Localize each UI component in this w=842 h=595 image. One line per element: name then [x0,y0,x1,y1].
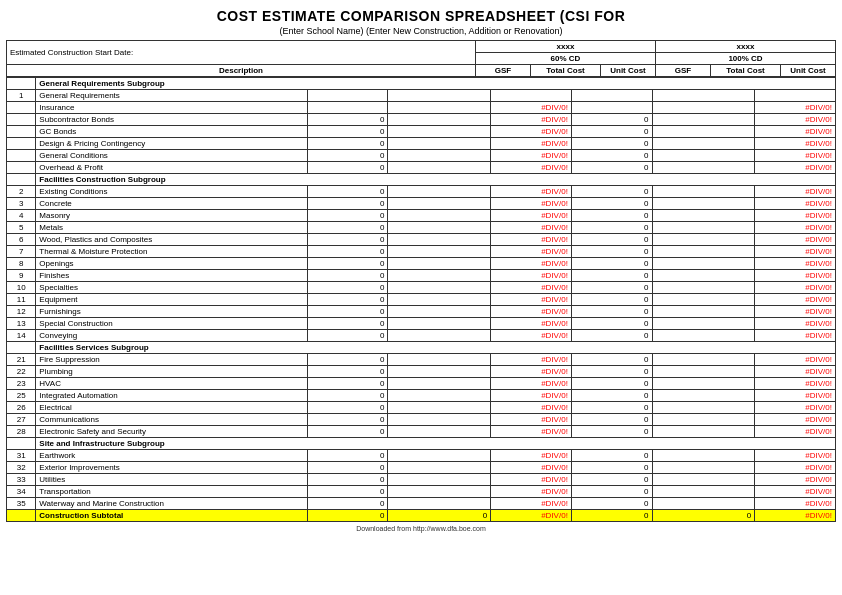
row-gsf1: 0 [307,210,388,222]
description-header: Description [7,65,476,77]
row-unit2: #DIV/0! [755,318,836,330]
row-total2 [652,402,755,414]
row-unit1: #DIV/0! [491,138,572,150]
row-gsf1: 0 [307,294,388,306]
row-total1 [388,150,491,162]
row-gsf1: 0 [307,498,388,510]
row-unit2: #DIV/0! [755,426,836,438]
row-total2 [652,102,755,114]
row-total2 [652,294,755,306]
row-gsf1: 0 [307,366,388,378]
row-gsf1: 0 [307,282,388,294]
section-header-row: Facilities Construction Subgroup [7,174,836,186]
row-label: Existing Conditions [36,186,307,198]
row-gsf1: 0 [307,378,388,390]
row-total2 [652,486,755,498]
row-unit1: #DIV/0! [491,498,572,510]
data-row: 33 Utilities 0 #DIV/0! 0 #DIV/0! [7,474,836,486]
row-label: General Conditions [36,150,307,162]
data-row: 6 Wood, Plastics and Composites 0 #DIV/0… [7,234,836,246]
data-row: 26 Electrical 0 #DIV/0! 0 #DIV/0! [7,402,836,414]
row-total2 [652,234,755,246]
row-unit2: #DIV/0! [755,150,836,162]
section-num [7,438,36,450]
row-total2 [652,498,755,510]
row-num: 33 [7,474,36,486]
row-unit2: #DIV/0! [755,450,836,462]
row-gsf1: 0 [307,138,388,150]
row-num: 8 [7,258,36,270]
row-gsf1: 0 [307,474,388,486]
row-unit1: #DIV/0! [491,486,572,498]
row-label: Conveying [36,330,307,342]
data-row: 27 Communications 0 #DIV/0! 0 #DIV/0! [7,414,836,426]
row-unit1: #DIV/0! [491,114,572,126]
row-unit1: #DIV/0! [491,282,572,294]
row-unit1: #DIV/0! [491,426,572,438]
row-label: Openings [36,258,307,270]
row-total1 [388,114,491,126]
row-num: 31 [7,450,36,462]
row-total2 [652,90,755,102]
row-gsf1: 0 [307,186,388,198]
row-unit1: #DIV/0! [491,414,572,426]
row-gsf1: 0 [307,330,388,342]
row-unit2: #DIV/0! [755,294,836,306]
row-total1 [388,414,491,426]
row-total1 [388,198,491,210]
row-gsf2: 0 [571,354,652,366]
row-gsf2: 0 [571,198,652,210]
row-unit2: #DIV/0! [755,198,836,210]
row-label: Subcontractor Bonds [36,114,307,126]
row-gsf2: 0 [571,270,652,282]
row-label: Design & Pricing Contingency [36,138,307,150]
start-date-label: Estimated Construction Start Date: [10,48,133,57]
row-total2 [652,162,755,174]
data-row: 3 Concrete 0 #DIV/0! 0 #DIV/0! [7,198,836,210]
row-total2 [652,330,755,342]
row-num: 13 [7,318,36,330]
data-table: General Requirements Subgroup 1 General … [6,77,836,522]
row-unit2: #DIV/0! [755,354,836,366]
row-gsf2: 0 [571,366,652,378]
row-num [7,102,36,114]
row-total1 [388,258,491,270]
row-total1 [388,450,491,462]
row-gsf1: 0 [307,246,388,258]
data-row: 9 Finishes 0 #DIV/0! 0 #DIV/0! [7,270,836,282]
row-total2 [652,354,755,366]
col-total-1: Total Cost [531,65,601,77]
row-gsf1: 0 [307,162,388,174]
row-label: GC Bonds [36,126,307,138]
row-num: 3 [7,198,36,210]
row-unit2: #DIV/0! [755,414,836,426]
data-row: General Conditions 0 #DIV/0! 0 #DIV/0! [7,150,836,162]
row-num: 25 [7,390,36,402]
row-num: 4 [7,210,36,222]
row-gsf2: 0 [571,162,652,174]
row-total2 [652,450,755,462]
row-unit1: #DIV/0! [491,162,572,174]
row-num: 21 [7,354,36,366]
row-unit2: #DIV/0! [755,474,836,486]
school-name-2[interactable]: xxxx [656,41,836,53]
row-num: 2 [7,186,36,198]
row-gsf1: 0 [307,402,388,414]
row-num: 34 [7,486,36,498]
row-unit2: #DIV/0! [755,306,836,318]
row-gsf2: 0 [571,378,652,390]
row-gsf1: 0 [307,426,388,438]
row-label: Communications [36,414,307,426]
row-gsf1: 0 [307,318,388,330]
row-label: Fire Suppression [36,354,307,366]
row-gsf1 [307,90,388,102]
row-unit2: #DIV/0! [755,366,836,378]
row-total1 [388,294,491,306]
col-unit-2: Unit Cost [781,65,836,77]
row-gsf2: 0 [571,114,652,126]
data-row: 11 Equipment 0 #DIV/0! 0 #DIV/0! [7,294,836,306]
school-name-1[interactable]: xxxx [476,41,656,53]
row-label: Finishes [36,270,307,282]
row-gsf1: 0 [307,258,388,270]
row-num: 11 [7,294,36,306]
